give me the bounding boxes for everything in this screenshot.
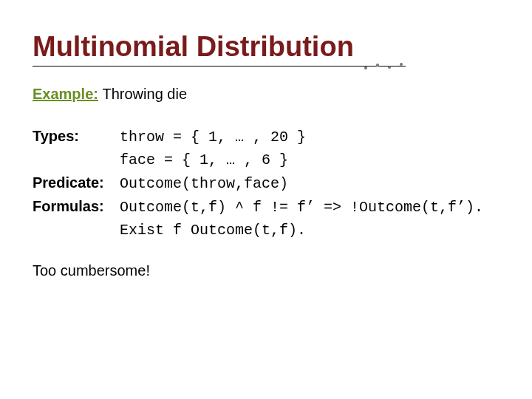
title-block: Multinomial Distribution <box>33 31 406 66</box>
formulas-line1: Outcome(t,f) ^ f != f’ => !Outcome(t,f’)… <box>120 196 483 219</box>
predicate-row: Predicate: Outcome(throw,face) <box>33 171 499 195</box>
formulas-label: Formulas: <box>33 195 120 218</box>
footer-note: Too cumbersome! <box>33 262 499 279</box>
types-row-2: face = { 1, … , 6 } <box>33 149 499 171</box>
predicate-def: Outcome(throw,face) <box>120 172 288 195</box>
types-label: Types: <box>33 125 120 148</box>
types-face-def: face = { 1, … , 6 } <box>120 149 288 171</box>
slide-title: Multinomial Distribution <box>33 31 354 63</box>
formulas-row-2: Exist f Outcome(t,f). <box>33 219 499 242</box>
example-label: Example: <box>33 86 98 102</box>
predicate-label: Predicate: <box>33 171 120 194</box>
formulas-line2: Exist f Outcome(t,f). <box>120 219 306 242</box>
title-decorative-dots <box>361 61 406 70</box>
example-subtitle: Example: Throwing die <box>33 86 499 103</box>
types-row: Types: throw = { 1, … , 20 } <box>33 125 499 149</box>
example-description-text: Throwing die <box>103 86 188 102</box>
body: Types: throw = { 1, … , 20 } face = { 1,… <box>33 125 499 242</box>
slide: Multinomial Distribution Example: Throwi… <box>0 0 532 399</box>
types-throw-def: throw = { 1, … , 20 } <box>120 126 306 149</box>
formulas-row: Formulas: Outcome(t,f) ^ f != f’ => !Out… <box>33 195 499 219</box>
